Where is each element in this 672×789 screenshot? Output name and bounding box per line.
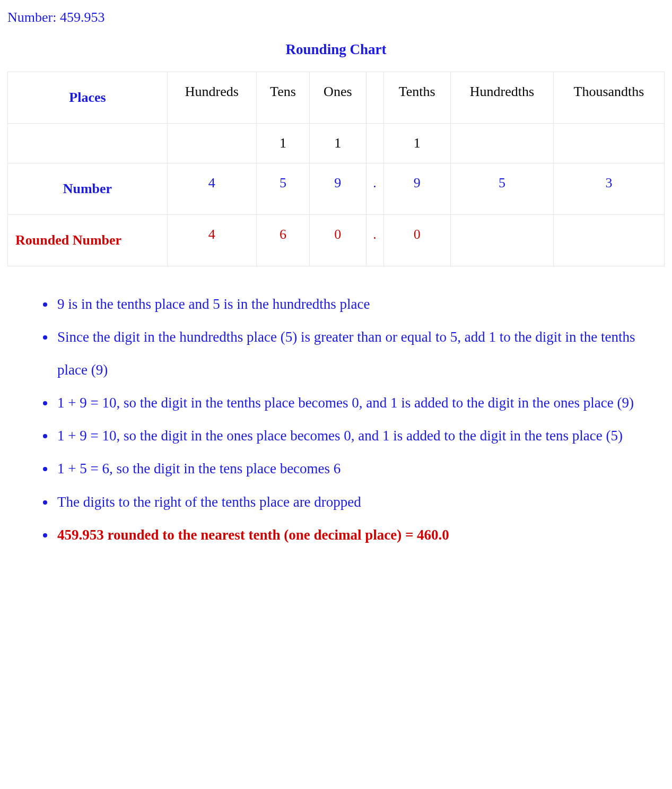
explanation-list: 9 is in the tenths place and 5 is in the… bbox=[7, 288, 665, 551]
cell-rounded-tens: 6 bbox=[256, 215, 309, 266]
table-row: Rounded Number 4 6 0 . 0 bbox=[8, 215, 665, 266]
table-row: Places Hundreds Tens Ones Tenths Hundred… bbox=[8, 72, 665, 124]
cell-ones-header: Ones bbox=[310, 72, 366, 124]
cell-rounded-hundreds: 4 bbox=[167, 215, 256, 266]
cell-thousandths-header: Thousandths bbox=[554, 72, 665, 124]
table-row: 1 1 1 bbox=[8, 124, 665, 163]
cell-tens-header: Tens bbox=[256, 72, 309, 124]
cell-rounded-tenths: 0 bbox=[383, 215, 450, 266]
cell-number-hundreds: 4 bbox=[167, 163, 256, 215]
cell-dot: . bbox=[366, 215, 383, 266]
list-item: 9 is in the tenths place and 5 is in the… bbox=[55, 288, 643, 320]
cell-carry-tenths: 1 bbox=[383, 124, 450, 163]
rounded-row-label: Rounded Number bbox=[8, 215, 168, 266]
list-item: 1 + 9 = 10, so the digit in the tenths p… bbox=[55, 386, 643, 419]
cell-number-tenths: 9 bbox=[383, 163, 450, 215]
cell-carry-hundredths bbox=[450, 124, 553, 163]
cell-number-ones: 9 bbox=[310, 163, 366, 215]
cell-dot bbox=[366, 124, 383, 163]
cell-tenths-header: Tenths bbox=[383, 72, 450, 124]
list-item: Since the digit in the hundredths place … bbox=[55, 320, 643, 386]
chart-title: Rounding Chart bbox=[7, 41, 665, 58]
rounding-table: Places Hundreds Tens Ones Tenths Hundred… bbox=[7, 72, 665, 266]
cell-dot: . bbox=[366, 163, 383, 215]
table-row: Number 4 5 9 . 9 5 3 bbox=[8, 163, 665, 215]
places-label: Places bbox=[8, 72, 168, 124]
cell-carry-ones: 1 bbox=[310, 124, 366, 163]
cell-carry-thousandths bbox=[554, 124, 665, 163]
cell-rounded-hundredths bbox=[450, 215, 553, 266]
carry-row-label bbox=[8, 124, 168, 163]
cell-hundredths-header: Hundredths bbox=[450, 72, 553, 124]
cell-rounded-ones: 0 bbox=[310, 215, 366, 266]
list-item: 1 + 9 = 10, so the digit in the ones pla… bbox=[55, 419, 643, 452]
cell-carry-tens: 1 bbox=[256, 124, 309, 163]
cell-carry-hundreds bbox=[167, 124, 256, 163]
number-heading: Number: 459.953 bbox=[7, 10, 665, 25]
cell-number-hundredths: 5 bbox=[450, 163, 553, 215]
list-item: The digits to the right of the tenths pl… bbox=[55, 485, 643, 518]
cell-dot bbox=[366, 72, 383, 124]
cell-hundreds-header: Hundreds bbox=[167, 72, 256, 124]
cell-number-thousandths: 3 bbox=[554, 163, 665, 215]
cell-rounded-thousandths bbox=[554, 215, 665, 266]
cell-number-tens: 5 bbox=[256, 163, 309, 215]
number-row-label: Number bbox=[8, 163, 168, 215]
list-item-result: 459.953 rounded to the nearest tenth (on… bbox=[55, 518, 643, 551]
list-item: 1 + 5 = 6, so the digit in the tens plac… bbox=[55, 452, 643, 485]
